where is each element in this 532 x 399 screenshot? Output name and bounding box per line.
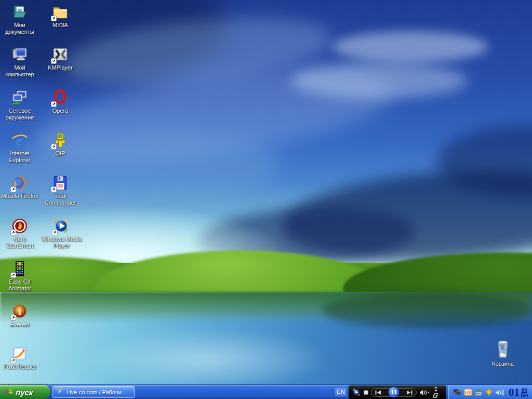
firefox-icon (11, 174, 29, 192)
shortcut-arrow-icon (10, 315, 16, 321)
pause-icon[interactable] (388, 387, 400, 398)
windows-flag-icon (4, 387, 13, 397)
desktop-icon-label: Foxit Reader (0, 364, 39, 370)
restore-window-icon[interactable] (433, 393, 438, 398)
language-indicator[interactable]: EN (335, 388, 347, 396)
toolbar-chevrons-icon[interactable] (434, 387, 438, 392)
stop-icon[interactable] (364, 390, 368, 395)
shortcut-arrow-icon (51, 187, 57, 192)
shortcut-arrow-icon (51, 101, 57, 107)
desktop-icon-label: Easy Gif Animator (0, 278, 39, 292)
shortcut-arrow-icon (10, 230, 16, 235)
recycle-bin-icon (493, 338, 513, 360)
foxit-reader-icon (11, 345, 29, 363)
wallpaper-hills (0, 243, 532, 295)
desktop-icon-label: Сетевое окружение (0, 108, 39, 121)
device-tray-icon[interactable] (474, 388, 483, 396)
desktop-icon-label: Total Commander (41, 193, 80, 206)
desktop-icon-total-commander[interactable]: Total Commander (41, 174, 80, 206)
desktop-icon-recycle-bin[interactable]: Корзина (482, 338, 524, 367)
easy-gif-animator-icon (11, 260, 29, 277)
shortcut-arrow-icon (51, 144, 57, 150)
network-tray-icon[interactable] (453, 388, 462, 396)
desktop-icon-mozilla-firefox[interactable]: Mozilla Firefox (0, 174, 39, 200)
everest-icon: i (11, 302, 29, 320)
shortcut-arrow-icon (10, 187, 16, 192)
desktop-icon-label: Everest (0, 321, 39, 328)
desktop-icon-label: Корзина (482, 361, 524, 367)
clock-weekday: Вт (521, 393, 528, 398)
task-button-label: Live-co.com / Рабочи... (66, 389, 126, 395)
taskbar: пуск e Live-co.com / Рабочи... EN U3 (0, 384, 532, 399)
svg-text:U3: U3 (466, 390, 471, 395)
shortcut-arrow-icon (10, 357, 16, 363)
volume-icon[interactable] (419, 389, 430, 396)
desktop-root: Мои документы Мой компьютер Сетевое окру… (0, 0, 532, 399)
clock-minutes: 00 (522, 387, 527, 393)
desktop-icon-label: QIP (41, 150, 80, 157)
internet-explorer-icon: e (11, 131, 29, 149)
folder-icon (51, 3, 69, 21)
desktop-icon-foxit-reader[interactable]: Foxit Reader (0, 345, 39, 370)
desktop-icon-label: МУЗА (41, 22, 80, 29)
desktop-icon-label: KMPlayer (41, 64, 80, 71)
desktop-icon-my-documents[interactable]: Мои документы (0, 3, 39, 35)
toolbar-side-controls (433, 387, 438, 398)
wallpaper-lake (0, 292, 532, 384)
desktop-icon-nero-startsmart[interactable]: Nero StartSmart (0, 217, 39, 249)
desktop-icon-network-places[interactable]: Сетевое окружение (0, 89, 39, 121)
internet-explorer-icon: e (56, 387, 64, 397)
volume-tray-icon[interactable] (495, 389, 504, 396)
clock-hours: 01 (509, 386, 520, 399)
next-icon[interactable] (406, 390, 413, 395)
desktop-icon-muza-folder[interactable]: МУЗА (41, 3, 80, 29)
desktop-icon-label: Мой компьютер (0, 64, 39, 78)
desktop-icon-windows-media-player[interactable]: Windows Media Player (41, 217, 82, 249)
desktop-icon-label: Opera (41, 108, 80, 114)
shortcut-arrow-icon (10, 272, 16, 278)
kmplayer-icon (51, 46, 69, 63)
desktop-icon-opera[interactable]: Opera (41, 89, 80, 114)
total-commander-icon (51, 174, 69, 192)
windows-media-player-icon (52, 217, 70, 235)
u3-tray-icon[interactable]: U3 (464, 388, 472, 396)
gem-tray-icon[interactable] (485, 388, 493, 396)
nero-startsmart-icon (11, 217, 29, 235)
desktop-icon-label: Internet Explorer (0, 150, 39, 164)
desktop-icon-label: Mozilla Firefox (0, 193, 39, 200)
qip-icon (51, 131, 69, 149)
desktop-icon-easy-gif-animator[interactable]: Easy Gif Animator (0, 260, 39, 292)
desktop-icon-kmplayer[interactable]: KMPlayer (41, 46, 80, 71)
my-documents-icon (11, 3, 29, 21)
desktop-icon-internet-explorer[interactable]: e Internet Explorer (0, 131, 39, 164)
system-tray: U3 01 00 Вт (448, 385, 532, 399)
start-button-label: пуск (16, 388, 36, 397)
desktop-icon-label: Windows Media Player (41, 236, 82, 249)
transport-controls (371, 388, 417, 397)
desktop-icon-everest[interactable]: i Everest (0, 302, 39, 328)
desktop-icon-qip[interactable]: QIP (41, 131, 80, 157)
opera-icon (51, 89, 69, 107)
desktop-icon-label: Nero StartSmart (0, 236, 39, 249)
tray-clock[interactable]: 01 00 Вт (509, 386, 528, 399)
shortcut-arrow-icon (52, 230, 58, 235)
svg-text:i: i (18, 307, 21, 317)
start-button[interactable]: пуск (0, 385, 50, 399)
media-player-toolbar (349, 385, 446, 399)
shortcut-arrow-icon (51, 58, 57, 64)
previous-icon[interactable] (375, 390, 381, 395)
taskbar-task-button[interactable]: e Live-co.com / Рабочи... (52, 386, 135, 398)
wmp-logo-icon[interactable] (352, 388, 361, 397)
my-computer-icon (11, 46, 29, 63)
desktop-icon-my-computer[interactable]: Мой компьютер (0, 46, 39, 78)
network-places-icon (11, 89, 29, 107)
shortcut-arrow-icon (51, 16, 57, 21)
desktop-icon-label: Мои документы (0, 22, 39, 35)
